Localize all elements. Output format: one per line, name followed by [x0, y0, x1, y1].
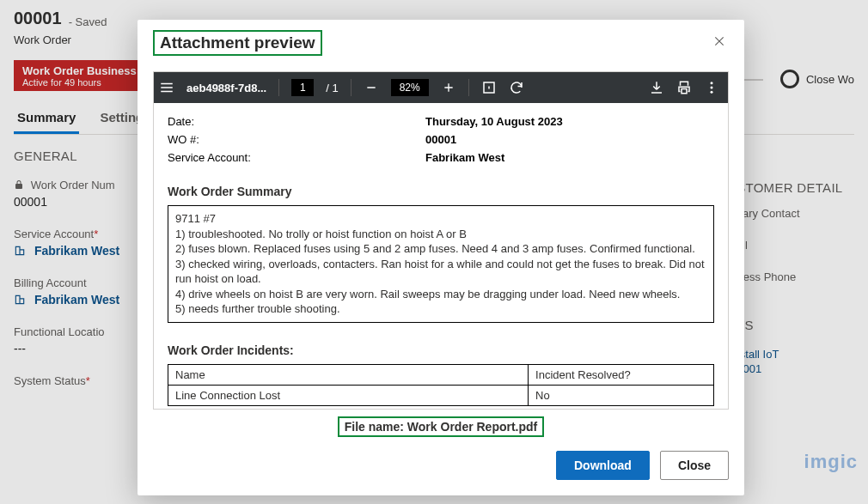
table-row: Line Connection Lost No — [168, 385, 714, 405]
pdf-summary-box: 9711 #7 1) troubleshooted. No trolly or … — [168, 205, 714, 323]
file-name-value: Work Order Report.pdf — [407, 420, 537, 434]
svg-point-2 — [711, 87, 713, 89]
svg-point-1 — [711, 82, 713, 84]
pdf-svc-value: Fabrikam West — [425, 151, 504, 164]
pdf-toolbar: aeb4988f-7d8... 1 / 1 82% — [154, 72, 728, 103]
pdf-date-value: Thursday, 10 August 2023 — [425, 115, 563, 128]
print-icon[interactable] — [676, 80, 692, 95]
pdf-zoom-input[interactable]: 82% — [391, 79, 429, 96]
file-name-label: File name: — [345, 420, 407, 434]
pdf-summary-header: Work Order Summary — [168, 185, 714, 198]
download-button[interactable]: Download — [556, 451, 650, 480]
file-name-line: File name: Work Order Report.pdf — [338, 416, 545, 437]
pdf-page[interactable]: Date: Thursday, 10 August 2023 WO #: 000… — [154, 103, 728, 409]
modal-header: Attachment preview — [138, 20, 744, 64]
pdf-incidents-row1-resolved: No — [529, 385, 714, 405]
pdf-incidents-table: Name Incident Resolved? Line Connection … — [168, 364, 714, 406]
pdf-incidents-col-resolved: Incident Resolved? — [529, 364, 714, 385]
zoom-out-icon[interactable] — [364, 80, 379, 95]
pdf-incidents-header: Work Order Incidents: — [168, 343, 714, 357]
hamburger-icon[interactable] — [159, 80, 174, 95]
modal-title: Attachment preview — [153, 30, 322, 56]
pdf-wo-value: 00001 — [425, 133, 456, 146]
pdf-page-total: / 1 — [326, 82, 338, 94]
pdf-file-name: aeb4988f-7d8... — [186, 82, 266, 94]
pdf-incidents-row1-name: Line Connection Lost — [168, 385, 529, 405]
zoom-in-icon[interactable] — [441, 80, 456, 95]
download-icon[interactable] — [649, 80, 664, 95]
file-name-box: File name: Work Order Report.pdf — [338, 416, 545, 437]
pdf-page-input[interactable]: 1 — [291, 79, 314, 96]
pdf-svc-label: Service Account: — [168, 151, 425, 164]
close-button[interactable]: Close — [660, 451, 729, 480]
pdf-viewer: aeb4988f-7d8... 1 / 1 82% — [153, 71, 729, 410]
modal-footer: Download Close — [138, 444, 744, 494]
rotate-icon[interactable] — [509, 80, 524, 95]
more-icon[interactable] — [704, 80, 719, 95]
svg-point-3 — [711, 91, 713, 94]
pdf-wo-label: WO #: — [168, 133, 425, 146]
close-icon[interactable] — [710, 32, 729, 54]
fit-page-icon[interactable] — [481, 80, 497, 95]
attachment-preview-modal: Attachment preview aeb4988f-7d8... 1 / 1… — [138, 20, 744, 495]
pdf-date-label: Date: — [168, 115, 425, 128]
pdf-incidents-col-name: Name — [168, 364, 529, 385]
